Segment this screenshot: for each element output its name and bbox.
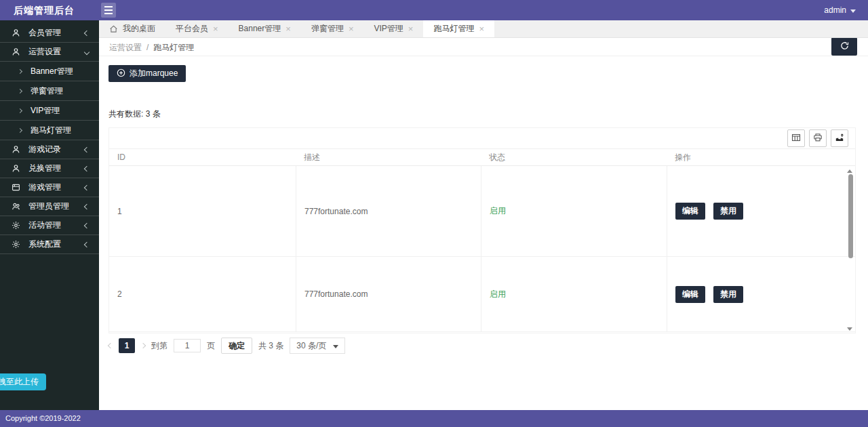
- sidebar-item-label: 运营设置: [28, 46, 61, 58]
- sidebar-item-game-records[interactable]: 游戏记录: [0, 140, 99, 159]
- sidebar-item-exchange-management[interactable]: 兑换管理: [0, 159, 99, 178]
- cell-actions: 编辑 禁用: [667, 257, 855, 332]
- tab-label: Banner管理: [239, 23, 281, 35]
- chevron-right-icon: [18, 127, 22, 132]
- chevron-left-icon: [84, 166, 90, 171]
- breadcrumb-separator: /: [146, 39, 149, 56]
- cell-id: 2: [109, 257, 296, 332]
- sidebar-item-label: 会员管理: [28, 27, 61, 39]
- edit-button[interactable]: 编辑: [675, 286, 705, 303]
- table-row: 2 777fortunate.com 启用 编辑 禁用: [109, 257, 855, 332]
- columns-filter-button[interactable]: [787, 129, 805, 147]
- close-icon[interactable]: ×: [349, 24, 354, 33]
- sidebar-item-member-management[interactable]: 会员管理: [0, 24, 99, 43]
- gear-icon: [12, 221, 21, 230]
- confirm-page-button[interactable]: 确定: [221, 338, 252, 354]
- chevron-left-icon: [84, 242, 90, 247]
- disable-button[interactable]: 禁用: [713, 286, 743, 303]
- cell-desc: 777fortunate.com: [296, 166, 481, 257]
- column-header-action: 操作: [667, 149, 855, 166]
- tab-label: 跑马灯管理: [433, 23, 474, 35]
- page-size-select[interactable]: 30 条/页: [290, 338, 345, 354]
- sidebar-item-popup-management[interactable]: 弹窗管理: [0, 81, 99, 101]
- scrollbar-up-icon[interactable]: [847, 169, 852, 173]
- sidebar-item-label: 游戏管理: [28, 182, 61, 193]
- users-icon: [12, 202, 21, 211]
- print-button[interactable]: [809, 129, 827, 147]
- printer-icon: [813, 133, 823, 144]
- user-icon: [12, 164, 21, 174]
- footer: Copyright ©2019-2022: [0, 410, 868, 427]
- scrollbar-down-icon[interactable]: [847, 327, 852, 331]
- tab-my-desktop[interactable]: 我的桌面: [99, 20, 165, 37]
- column-header-status: 状态: [481, 149, 667, 166]
- table-card: ID 描述 状态 操作 1 777fortunate.com 启用 编辑 禁用 …: [108, 127, 856, 333]
- sidebar-item-label: 游戏记录: [28, 144, 61, 155]
- pagination: 1 到第 页 确定 共 3 条 30 条/页: [108, 337, 345, 354]
- breadcrumb: 运营设置 / 跑马灯管理: [109, 39, 194, 56]
- tab-vip-management[interactable]: VIP管理 ×: [363, 20, 423, 37]
- scrollbar-thumb[interactable]: [848, 174, 853, 258]
- breadcrumb-section[interactable]: 运营设置: [109, 39, 142, 56]
- columns-icon: [791, 133, 801, 144]
- sidebar-item-label: 系统配置: [28, 239, 61, 250]
- cell-actions: 编辑 禁用: [667, 166, 855, 257]
- plus-circle-icon: [117, 68, 125, 79]
- sidebar-item-label: 兑换管理: [28, 163, 61, 174]
- sidebar-item-vip-management[interactable]: VIP管理: [0, 101, 99, 121]
- username: admin: [824, 5, 846, 15]
- cell-desc: 777fortunate.com: [296, 257, 481, 332]
- current-page-button[interactable]: 1: [119, 338, 135, 353]
- sidebar-item-game-management[interactable]: 游戏管理: [0, 178, 99, 197]
- column-header-desc: 描述: [296, 149, 481, 166]
- home-icon: [109, 24, 118, 33]
- table-header-row: ID 描述 状态 操作: [109, 149, 855, 166]
- card-icon: [12, 183, 21, 192]
- app-title: 后端管理后台: [14, 0, 75, 20]
- refresh-button[interactable]: [831, 37, 857, 56]
- hamburger-menu-icon[interactable]: [101, 3, 116, 18]
- disable-button[interactable]: 禁用: [713, 203, 743, 220]
- refresh-icon: [840, 41, 850, 53]
- export-button[interactable]: [831, 129, 848, 147]
- status-badge: 启用: [490, 205, 506, 217]
- status-badge: 启用: [490, 289, 506, 300]
- sidebar-item-operation-settings[interactable]: 运营设置: [0, 43, 99, 62]
- tab-marquee-management[interactable]: 跑马灯管理 ×: [423, 20, 494, 37]
- user-menu[interactable]: admin: [824, 0, 856, 20]
- next-page-icon[interactable]: [140, 343, 146, 348]
- user-icon: [12, 47, 21, 57]
- prev-page-icon[interactable]: [108, 343, 113, 348]
- breadcrumb-bar: 运营设置 / 跑马灯管理: [99, 39, 868, 56]
- close-icon[interactable]: ×: [285, 24, 291, 33]
- sidebar-item-marquee-management[interactable]: 跑马灯管理: [0, 121, 99, 140]
- sidebar-item-label: VIP管理: [31, 105, 60, 117]
- chevron-right-icon: [18, 108, 22, 113]
- page-number-input[interactable]: [174, 339, 201, 352]
- main-content: 添加marquee 共有数据: 3 条 ID 描述 状态 操作 1 777for…: [99, 56, 868, 410]
- edit-button[interactable]: 编辑: [675, 203, 705, 220]
- sidebar-item-label: 跑马灯管理: [31, 125, 71, 136]
- close-icon[interactable]: ×: [408, 24, 414, 33]
- add-marquee-button[interactable]: 添加marquee: [108, 65, 186, 82]
- chevron-right-icon: [18, 88, 22, 93]
- sidebar-item-admin-management[interactable]: 管理员管理: [0, 197, 99, 216]
- chevron-left-icon: [84, 147, 90, 152]
- close-icon[interactable]: ×: [479, 24, 484, 33]
- tab-popup-management[interactable]: 弹窗管理 ×: [301, 20, 364, 37]
- page-size-value: 30 条/页: [296, 340, 326, 352]
- close-icon[interactable]: ×: [213, 24, 218, 33]
- tab-label: 我的桌面: [123, 23, 155, 35]
- chevron-left-icon: [84, 223, 90, 228]
- table-row: 1 777fortunate.com 启用 编辑 禁用: [109, 166, 855, 257]
- tab-platform-member[interactable]: 平台会员 ×: [165, 20, 229, 37]
- tab-banner-management[interactable]: Banner管理 ×: [229, 20, 301, 37]
- sidebar-item-activity-management[interactable]: 活动管理: [0, 216, 99, 235]
- upload-here-button[interactable]: 拽至此上传: [0, 373, 46, 390]
- goto-label: 到第: [151, 340, 167, 352]
- sidebar-item-system-config[interactable]: 系统配置: [0, 235, 99, 254]
- table-toolbar: [109, 128, 855, 149]
- gear-icon: [12, 240, 21, 249]
- sidebar-item-banner-management[interactable]: Banner管理: [0, 62, 99, 81]
- breadcrumb-current: 跑马灯管理: [153, 39, 194, 56]
